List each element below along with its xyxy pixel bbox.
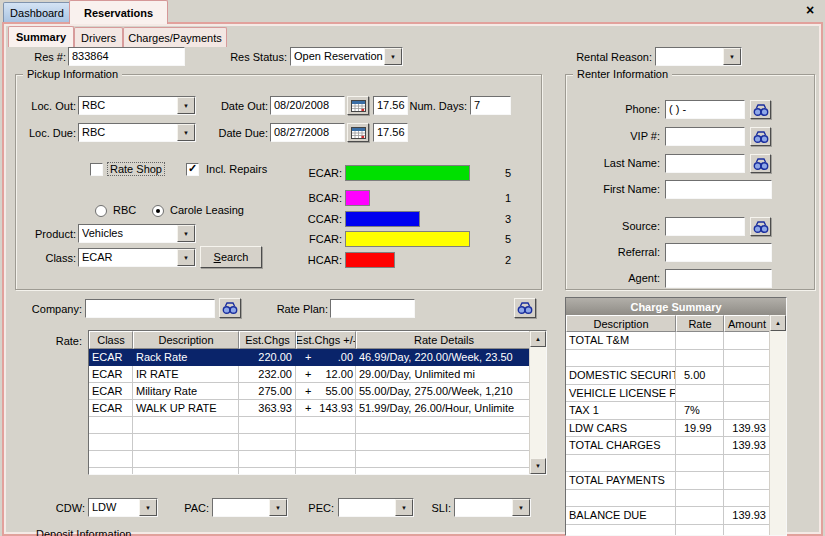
cell-amount [724,472,770,490]
chart-value-label: 2 [505,254,511,266]
res-number-field[interactable]: 833864 [68,47,185,66]
table-row[interactable] [566,350,786,368]
rate-shop-checkbox[interactable] [90,163,103,176]
dropdown-arrow-icon[interactable]: ▼ [139,499,157,516]
dropdown-arrow-icon[interactable]: ▼ [177,124,195,141]
rate-plan-search-button[interactable] [514,298,536,318]
chart-bar [345,165,470,181]
table-row[interactable] [566,525,786,536]
field-input[interactable] [665,154,745,173]
table-row[interactable] [566,455,786,473]
date-out-calendar-button[interactable] [347,96,369,115]
column-header[interactable]: Class [89,331,133,349]
table-row[interactable] [89,451,546,468]
pec-select[interactable]: ▼ [338,498,414,517]
search-button[interactable] [750,100,771,119]
chart-value-label: 3 [505,213,511,225]
time-due-field[interactable]: 17.56 [373,123,408,142]
date-out-field[interactable]: 08/20/2008 [270,96,345,115]
incl-repairs-label: Incl. Repairs [206,163,267,175]
res-status-select[interactable]: Open Reservation ▼ [290,47,403,66]
rate-table-scrollbar[interactable]: ▲ ▼ [529,331,546,474]
cdw-select[interactable]: LDW ▼ [88,498,158,517]
dropdown-arrow-icon[interactable]: ▼ [723,48,741,65]
table-row[interactable]: VEHICLE LICENSE FEE [566,385,786,403]
table-row[interactable]: BALANCE DUE139.93 [566,507,786,525]
cell-est-charges-delta [296,417,356,434]
binoculars-icon [517,301,533,315]
dropdown-arrow-icon[interactable]: ▼ [177,97,195,114]
product-select[interactable]: Vehicles ▼ [78,224,196,243]
table-row[interactable]: TOTAL CHARGES139.93 [566,437,786,455]
table-row[interactable]: TOTAL PAYMENTS [566,472,786,490]
num-days-field[interactable]: 7 [470,96,511,115]
carole-leasing-radio-label: Carole Leasing [170,204,244,216]
search-button[interactable]: Search [200,246,262,268]
table-row[interactable]: ECARWALK UP RATE363.93+143.9351.99/Day, … [89,400,546,417]
dropdown-arrow-icon[interactable]: ▼ [269,499,287,516]
table-row[interactable] [89,468,546,475]
company-field[interactable] [85,299,215,318]
search-button[interactable] [750,127,771,146]
sli-select[interactable]: ▼ [454,498,531,517]
field-input[interactable] [665,127,745,146]
scroll-down-icon[interactable]: ▼ [530,458,546,474]
date-due-calendar-button[interactable] [347,123,369,142]
dropdown-arrow-icon[interactable]: ▼ [177,225,195,242]
field-input[interactable] [665,269,772,288]
scroll-up-icon[interactable]: ▲ [530,331,546,347]
table-row[interactable]: DOMESTIC SECURITY5.00 [566,367,786,385]
tab-charges-payments[interactable]: Charges/Payments [123,27,227,47]
loc-due-select[interactable]: RBC ▼ [78,123,196,142]
rbc-radio-label: RBC [113,204,136,216]
pac-select[interactable]: ▼ [212,498,288,517]
rate-plan-field[interactable] [330,299,415,318]
dropdown-arrow-icon[interactable]: ▼ [177,249,195,266]
table-row[interactable]: ECARIR RATE232.00+12.0029.00/Day, Unlimi… [89,366,546,383]
field-input[interactable]: ( ) - [665,100,745,119]
table-row[interactable]: TOTAL T&M [566,332,786,350]
table-row[interactable]: ECARRack Rate220.00+.0046.99/Day, 220.00… [89,349,546,366]
tab-reservations[interactable]: Reservations [69,0,168,24]
table-row[interactable] [89,434,546,451]
table-row[interactable] [89,417,546,434]
dropdown-arrow-icon[interactable]: ▼ [395,499,413,516]
column-header[interactable]: Description [566,315,676,332]
table-row[interactable]: ECARMilitary Rate275.00+55.0055.00/Day, … [89,383,546,400]
scroll-up-icon[interactable]: ▲ [770,315,786,331]
incl-repairs-checkbox[interactable]: ✓ [186,163,199,176]
column-header[interactable]: Rate [676,315,724,332]
class-select[interactable]: ECAR ▼ [78,248,196,267]
search-button[interactable] [750,217,771,236]
search-button[interactable] [750,154,771,173]
dropdown-arrow-icon[interactable]: ▼ [384,48,402,65]
tab-summary[interactable]: Summary [8,26,74,47]
cell-rate [676,507,724,525]
tab-drivers[interactable]: Drivers [74,27,123,47]
table-row[interactable]: TAX 17% [566,402,786,420]
column-header[interactable]: Rate Details [356,331,532,349]
column-header[interactable]: Est.Chgs +/- [296,331,356,349]
rental-reason-select[interactable]: ▼ [655,47,742,66]
date-due-field[interactable]: 08/27/2008 [270,123,345,142]
rental-reason-label: Rental Reason: [568,51,652,64]
loc-out-select[interactable]: RBC ▼ [78,96,196,115]
dropdown-arrow-icon[interactable]: ▼ [512,499,530,516]
column-header[interactable]: Amount [724,315,770,332]
field-input[interactable] [665,243,772,262]
tab-dashboard[interactable]: Dashboard [3,2,71,23]
table-row[interactable] [566,490,786,508]
renter-field-row: Last Name: [580,154,810,173]
company-search-button[interactable] [219,298,241,318]
close-icon[interactable]: × [802,2,818,18]
column-header[interactable]: Est.Chgs [239,331,296,349]
carole-leasing-radio[interactable] [152,205,164,217]
cell-rate-details: 29.00/Day, Unlimited mi [356,366,532,383]
column-header[interactable]: Description [133,331,239,349]
time-out-field[interactable]: 17.56 [373,96,408,115]
field-input[interactable] [665,217,745,236]
field-input[interactable] [665,180,772,199]
rbc-radio[interactable] [95,205,107,217]
table-row[interactable]: LDW CARS19.99139.93 [566,420,786,438]
charge-summary-scrollbar[interactable]: ▲ [769,315,786,535]
